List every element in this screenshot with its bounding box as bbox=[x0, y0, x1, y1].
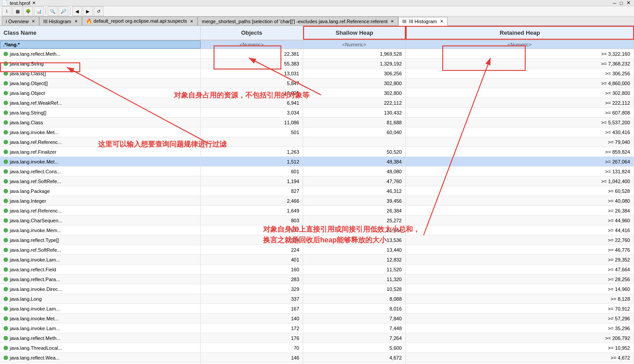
table-row[interactable]: java.lang.invoke.Lam...1678,016>= 70,912 bbox=[0, 304, 634, 314]
cell-shallow: 7,448 bbox=[303, 323, 406, 333]
tab-default-report-close[interactable]: ✕ bbox=[190, 19, 193, 24]
cell-retained: >= 46,776 bbox=[406, 245, 634, 254]
toolbar-histogram[interactable]: ▦ bbox=[12, 6, 22, 16]
tab-default-report[interactable]: 🔥 default_report org.eclipse.mat.api:sus… bbox=[82, 16, 198, 25]
table-row[interactable]: java.lang.invoke.Lam...40112,832>= 29,35… bbox=[0, 255, 634, 265]
cell-class-name: java.lang.Package bbox=[0, 186, 201, 196]
cell-class-name: java.lang.Object bbox=[0, 88, 201, 98]
table-row[interactable]: java.lang.String55,3831,329,192>= 7,368,… bbox=[0, 59, 634, 69]
cell-retained: >= 306,256 bbox=[406, 69, 634, 78]
cell-class-name: java.lang.CharSequen... bbox=[0, 216, 201, 225]
filter-objects-cell[interactable]: <Numeric> bbox=[201, 41, 303, 49]
filter-retained-cell[interactable]: <Numeric> bbox=[406, 41, 634, 49]
table-row[interactable]: java.lang.Class11,08681,688>= 5,537,200 bbox=[0, 118, 634, 127]
table-row[interactable]: java.lang.Object[]5,847302,800>= 4,860,0… bbox=[0, 78, 634, 88]
cell-shallow: 8,088 bbox=[303, 294, 406, 303]
toolbar: i ▦ 🌳 📊 🔍 🔎 ◀ ▶ ↺ bbox=[0, 6, 634, 16]
table-row[interactable]: java.lang.ref.Finalizer1,26350,520>= 859… bbox=[0, 147, 634, 157]
toolbar-forward[interactable]: ▶ bbox=[83, 6, 93, 16]
table-row[interactable]: java.lang.reflect.Cons...60148,080>= 131… bbox=[0, 167, 634, 176]
cell-objects: 140 bbox=[201, 314, 303, 323]
table-row[interactable]: java.lang.String[]3,034130,432>= 607,808 bbox=[0, 108, 634, 118]
col-retained-heap-label: Retained Heap bbox=[500, 29, 540, 36]
cell-shallow: 8,016 bbox=[303, 304, 406, 313]
tab-histogram2-close[interactable]: ✕ bbox=[440, 19, 444, 24]
table-row[interactable]: java.lang.ref.Referenc...1,64926,384>= 2… bbox=[0, 206, 634, 216]
col-class-name[interactable]: Class Name bbox=[0, 26, 201, 40]
cell-retained: >= 222,112 bbox=[406, 98, 634, 107]
table-row[interactable]: java.lang.invoke.Met...1,51248,384>= 267… bbox=[0, 157, 634, 167]
table-row[interactable]: java.lang.reflect.Meth...1767,264>= 206,… bbox=[0, 333, 634, 343]
toolbar-filter[interactable]: 🔎 bbox=[58, 6, 68, 16]
toolbar-report[interactable]: 📊 bbox=[34, 6, 44, 16]
cell-objects: 3,034 bbox=[201, 108, 303, 117]
row-icon bbox=[4, 297, 8, 301]
filter-class-input[interactable]: .*lang.* bbox=[0, 41, 201, 49]
table-row[interactable]: java.lang.reflect.Type[]57413,536>= 22,7… bbox=[0, 235, 634, 245]
cell-objects: 1,649 bbox=[201, 206, 303, 215]
tab-overview-close[interactable]: ✕ bbox=[32, 19, 35, 24]
row-icon bbox=[4, 150, 8, 154]
tab-histogram2[interactable]: III III Histogram ✕ bbox=[398, 17, 448, 26]
cell-objects: 337 bbox=[201, 294, 303, 303]
table-row[interactable]: java.lang.CharSequen...80325,272>= 44,96… bbox=[0, 216, 634, 225]
table-row[interactable]: java.lang.reflect.Para...28311,320>= 28,… bbox=[0, 274, 634, 284]
table-row[interactable]: java.lang.ref.Referenc...>= 79,040 bbox=[0, 137, 634, 147]
main-content: Class Name Objects Shallow Heap Retained… bbox=[0, 26, 634, 364]
window-close-btn[interactable]: ✕ bbox=[625, 0, 632, 6]
sep1 bbox=[45, 7, 46, 15]
cell-class-name: java.lang.invoke.Met... bbox=[0, 314, 201, 323]
toolbar-back[interactable]: ◀ bbox=[72, 6, 82, 16]
cell-retained: >= 22,760 bbox=[406, 235, 634, 245]
cell-retained: >= 3,322,160 bbox=[406, 49, 634, 58]
cell-retained: >= 60,528 bbox=[406, 186, 634, 196]
table-row[interactable]: java.lang.ref.WeakRef...6,941222,112>= 2… bbox=[0, 98, 634, 108]
tab-histogram1[interactable]: III Histogram ✕ bbox=[39, 16, 82, 25]
cell-shallow: 47,760 bbox=[303, 176, 406, 186]
table-row[interactable]: java.lang.Integer2,46639,456>= 40,080 bbox=[0, 196, 634, 206]
toolbar-refresh[interactable]: ↺ bbox=[94, 6, 103, 16]
window-min[interactable]: ─ bbox=[611, 0, 618, 6]
table-row[interactable]: java.lang.ref.SoftRefe...22413,440>= 46,… bbox=[0, 245, 634, 255]
table-row[interactable]: java.lang.Package82746,312>= 60,528 bbox=[0, 186, 634, 196]
tab-merge[interactable]: merge_shortest_paths [selection of 'char… bbox=[198, 16, 398, 25]
window-max[interactable]: □ bbox=[618, 0, 625, 6]
toolbar-search[interactable]: 🔍 bbox=[48, 6, 58, 16]
table-row[interactable]: java.lang.ref.SoftRefe...1,19447,760>= 1… bbox=[0, 176, 634, 186]
table-row[interactable]: java.lang.reflect.Wea...1464,672>= 4,672 bbox=[0, 353, 634, 363]
table-row[interactable]: java.lang.Object18,925302,800>= 302,800 bbox=[0, 88, 634, 98]
row-icon bbox=[4, 336, 8, 340]
table-row[interactable]: java.lang.reflect.Field16011,520>= 47,66… bbox=[0, 265, 634, 274]
cell-shallow: 48,384 bbox=[303, 157, 406, 166]
cell-retained: >= 267,064 bbox=[406, 157, 634, 166]
col-retained-heap[interactable]: Retained Heap bbox=[406, 26, 634, 40]
table-row[interactable]: java.lang.invoke.Met...1407,840>= 57,296 bbox=[0, 314, 634, 323]
cell-shallow: 26,384 bbox=[303, 206, 406, 215]
main-window: 📄 test.hprof ✕ ─ □ ✕ i ▦ 🌳 📊 🔍 🔎 ◀ ▶ ↺ i… bbox=[0, 0, 634, 364]
cell-shallow: 10,528 bbox=[303, 284, 406, 294]
cell-retained: >= 47,664 bbox=[406, 265, 634, 274]
tab-histogram1-close[interactable]: ✕ bbox=[74, 19, 78, 24]
filter-shallow-cell[interactable]: <Numeric> bbox=[303, 41, 406, 49]
table-row[interactable]: java.lang.invoke.Direc...32910,528>= 14,… bbox=[0, 284, 634, 294]
table-row[interactable]: java.lang.ThreadLocal...705,600>= 10,952 bbox=[0, 343, 634, 353]
tab-overview[interactable]: i Overview ✕ bbox=[2, 16, 39, 25]
toolbar-dominator[interactable]: 🌳 bbox=[23, 6, 33, 16]
cell-retained: >= 859,824 bbox=[406, 147, 634, 156]
col-shallow-heap[interactable]: Shallow Heap bbox=[303, 26, 406, 40]
table-row[interactable]: java.lang.invoke.Met...50160,040>= 430,4… bbox=[0, 127, 634, 137]
table-row[interactable]: java.lang.invoke.Mem...67721,664>= 44,41… bbox=[0, 225, 634, 235]
table-row[interactable]: java.lang.reflect.Meth...22,3811,969,528… bbox=[0, 49, 634, 59]
table-row[interactable]: java.lang.Class[]13,031306,256>= 306,256 bbox=[0, 69, 634, 78]
table-row[interactable]: java.lang.invoke.Lam...1727,448>= 35,296 bbox=[0, 323, 634, 333]
table-row[interactable]: java.lang.Long3378,088>= 8,128 bbox=[0, 294, 634, 304]
tab-merge-close[interactable]: ✕ bbox=[391, 19, 394, 24]
cell-class-name: java.lang.invoke.Direc... bbox=[0, 284, 201, 294]
toolbar-info[interactable]: i bbox=[2, 6, 12, 16]
row-icon bbox=[4, 179, 8, 184]
data-table[interactable]: java.lang.reflect.Meth...22,3811,969,528… bbox=[0, 49, 634, 364]
filter-row: .*lang.* <Numeric> <Numeric> <Numeric> bbox=[0, 41, 634, 49]
cell-objects: 160 bbox=[201, 265, 303, 274]
col-objects[interactable]: Objects bbox=[201, 26, 303, 40]
row-icon bbox=[4, 356, 8, 360]
